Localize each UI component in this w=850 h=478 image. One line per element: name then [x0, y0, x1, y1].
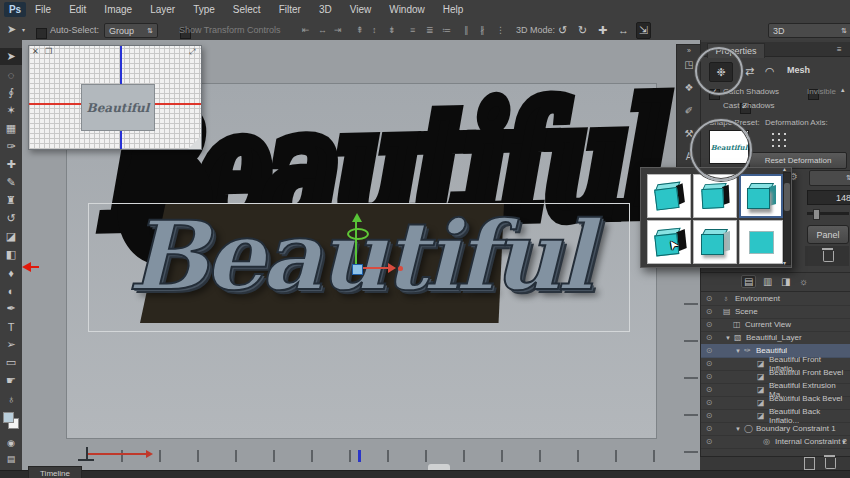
visibility-eye-icon[interactable]: ⊙	[701, 320, 717, 329]
path-selection-tool[interactable]: ➢	[0, 336, 22, 353]
widget-rotate-handle[interactable]	[347, 228, 369, 240]
eyedropper-tool[interactable]: ✑	[0, 138, 22, 155]
visibility-eye-icon[interactable]: ⊙	[701, 333, 717, 342]
expand-view-icon[interactable]: ⤢	[189, 47, 195, 57]
filter-lights-icon[interactable]: ☼	[799, 276, 808, 287]
document-canvas[interactable]: Beautiful Beautiful ✕ ❐ ⤢ Beautiful	[22, 40, 700, 470]
distribute-vertical-icon[interactable]: ≣	[426, 25, 434, 35]
swap-view-icon[interactable]: ❐	[45, 47, 52, 56]
scene-row-scene[interactable]: ⊙ ▤ Scene	[701, 305, 850, 319]
eraser-tool[interactable]: ◪	[0, 228, 22, 245]
brush-panel-icon[interactable]: ✐	[677, 105, 701, 116]
move-tool-icon[interactable]: ➤	[7, 24, 16, 35]
scroll-up-icon[interactable]: ▴	[841, 86, 845, 93]
collapse-dock-chevron-icon[interactable]: »	[677, 47, 701, 54]
close-icon[interactable]: ✕	[32, 47, 39, 56]
roll-3d-icon[interactable]: ↻	[578, 24, 587, 37]
delete-icon[interactable]	[823, 251, 834, 262]
slide-3d-icon[interactable]: ↔	[618, 24, 629, 36]
distribute-right-icon[interactable]: ⋮	[496, 25, 505, 35]
drag-3d-icon[interactable]: ✚	[598, 24, 607, 37]
panel-button[interactable]: Panel	[807, 225, 849, 244]
scroll-down-icon[interactable]: ▾	[842, 438, 846, 445]
widget-x-scale-handle[interactable]	[398, 266, 403, 271]
menu-window[interactable]: Window	[380, 4, 434, 15]
align-top-icon[interactable]: ⇞	[356, 25, 364, 35]
move-tool[interactable]: ➤	[0, 48, 22, 65]
expand-caret-icon[interactable]: ▼	[725, 335, 734, 341]
visibility-eye-icon[interactable]: ⊙	[701, 424, 717, 433]
marquee-tool[interactable]: ◌	[0, 66, 22, 83]
tab-timeline[interactable]: Timeline	[28, 466, 82, 478]
scene-row-back-inflation[interactable]: ⊙ ◪ Beautiful Back Inflatio...	[701, 409, 850, 423]
auto-select-checkbox[interactable]	[36, 28, 47, 39]
menu-edit[interactable]: Edit	[60, 4, 95, 15]
visibility-eye-icon[interactable]: ⊙	[701, 372, 717, 381]
align-left-icon[interactable]: ⇤	[302, 25, 310, 35]
deform-section-icon[interactable]: ⇄	[745, 65, 754, 78]
visibility-eye-icon[interactable]: ⊙	[701, 398, 717, 407]
slider-thumb[interactable]	[813, 209, 820, 220]
shape-preset-thumbnail[interactable]	[739, 220, 783, 264]
clone-stamp-tool[interactable]: ♜	[0, 192, 22, 209]
secondary-view-window[interactable]: ✕ ❐ ⤢ Beautiful	[28, 45, 202, 150]
expand-caret-icon[interactable]: ▼	[735, 426, 744, 432]
visibility-eye-icon[interactable]: ⊙	[701, 359, 717, 368]
scroll-down-icon[interactable]: ▾	[783, 260, 786, 266]
align-right-icon[interactable]: ⇥	[334, 25, 342, 35]
align-bottom-icon[interactable]: ⇟	[388, 25, 396, 35]
distribute-left-icon[interactable]: ∥	[464, 25, 469, 35]
hand-tool[interactable]: ☛	[0, 372, 22, 389]
brush-tool[interactable]: ✎	[0, 174, 22, 191]
zoom-tool[interactable]: ♁	[0, 390, 22, 407]
visibility-eye-icon[interactable]: ⊙	[701, 307, 717, 316]
flyout-scrollbar[interactable]	[783, 172, 791, 265]
deform-mode-dropdown[interactable]: ⇅	[809, 170, 850, 186]
history-brush-tool[interactable]: ↺	[0, 210, 22, 227]
widget-center-cube[interactable]	[352, 264, 363, 275]
flyout-scrollbar-thumb[interactable]	[784, 183, 790, 211]
widget-x-axis[interactable]	[362, 267, 388, 269]
auto-select-scope-dropdown[interactable]: Group ⇅	[104, 23, 158, 38]
brush-presets-panel-icon[interactable]: ❖	[677, 82, 701, 93]
align-middle-icon[interactable]: ↕	[372, 25, 377, 35]
blur-tool[interactable]: ♦	[0, 264, 22, 281]
scene-row-internal-constraint[interactable]: ⊙ ◎ Internal Constraint 2	[701, 435, 850, 449]
scene-row-boundary-constraint[interactable]: ⊙ ▼ ◯ Boundary Constraint 1	[701, 422, 850, 436]
shape-preset-thumbnail-selected[interactable]	[739, 174, 783, 218]
filter-meshes-icon[interactable]: ▥	[763, 276, 772, 287]
shape-preset-thumbnail[interactable]	[647, 174, 691, 218]
distribute-horizontal-icon[interactable]: ≡	[410, 25, 415, 35]
scene-row-environment[interactable]: ⊙ ♁ Environment	[701, 292, 850, 306]
visibility-eye-icon[interactable]: ⊙	[701, 294, 717, 303]
deformation-axis-grid[interactable]	[769, 130, 786, 147]
menu-3d[interactable]: 3D	[310, 4, 341, 15]
visibility-eye-icon[interactable]: ⊙	[701, 437, 717, 446]
widget-x-arrowhead-icon[interactable]	[388, 263, 396, 273]
cap-section-icon[interactable]: ◠	[765, 65, 775, 78]
quick-selection-tool[interactable]: ✶	[0, 102, 22, 119]
shape-preset-thumbnail[interactable]	[693, 220, 737, 264]
menu-image[interactable]: Image	[95, 4, 141, 15]
menu-view[interactable]: View	[341, 4, 381, 15]
filter-materials-icon[interactable]: ◨	[781, 276, 790, 287]
visibility-eye-icon[interactable]: ⊙	[701, 385, 717, 394]
distribute-center-icon[interactable]: ∦	[480, 25, 485, 35]
scale-3d-icon[interactable]: ⇲	[636, 22, 651, 39]
healing-brush-tool[interactable]: ✚	[0, 156, 22, 173]
visibility-eye-icon[interactable]: ⊙	[701, 411, 717, 420]
tool-preset-arrow-icon[interactable]: ▾	[22, 27, 25, 33]
distribute-spacing-icon[interactable]: ≔	[442, 25, 451, 35]
workspace-switcher-dropdown[interactable]: 3D ⇅	[768, 23, 850, 38]
scene-row-beautiful-layer[interactable]: ⊙ ▼ ▧ Beautiful_Layer	[701, 331, 850, 345]
align-center-icon[interactable]: ↔	[318, 25, 327, 35]
menu-type[interactable]: Type	[184, 4, 224, 15]
filter-whole-scene-icon[interactable]: ▤	[741, 275, 756, 288]
screen-mode-button[interactable]: ▤	[0, 450, 22, 467]
shape-tool[interactable]: ▭	[0, 354, 22, 371]
panel-menu-icon[interactable]: ≡	[837, 46, 842, 54]
menu-select[interactable]: Select	[224, 4, 270, 15]
type-tool[interactable]: T	[0, 318, 22, 335]
scene-row-current-view[interactable]: ⊙ ◫ Current View	[701, 318, 850, 332]
quick-mask-button[interactable]: ◉	[0, 434, 22, 451]
